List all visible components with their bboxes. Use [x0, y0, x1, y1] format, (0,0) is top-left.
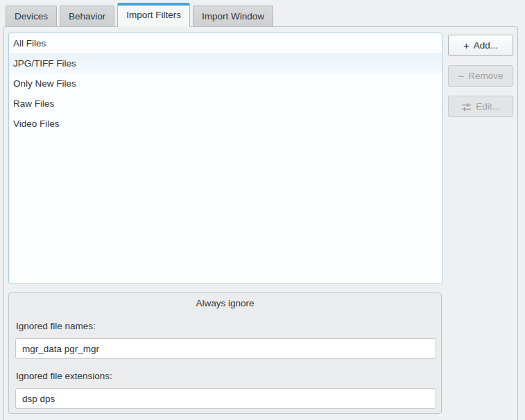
- remove-button[interactable]: − Remove: [448, 65, 513, 87]
- add-button[interactable]: + Add...: [448, 35, 513, 56]
- tab-import-filters[interactable]: Import Filters: [117, 3, 190, 27]
- sliders-icon: [461, 103, 472, 111]
- minus-icon: −: [458, 71, 464, 81]
- list-item-video-files[interactable]: Video Files: [9, 114, 442, 134]
- ignored-file-names-input[interactable]: [15, 338, 436, 359]
- tab-devices[interactable]: Devices: [6, 6, 57, 26]
- ignored-file-extensions-input[interactable]: [15, 388, 436, 409]
- group-title: Always ignore: [9, 293, 441, 308]
- tab-bar: Devices Behavior Import Filters Import W…: [6, 3, 276, 26]
- list-item-all-files[interactable]: All Files: [9, 33, 442, 53]
- ignored-file-extensions-label: Ignored file extensions:: [16, 371, 112, 381]
- edit-button-label: Edit...: [476, 101, 500, 112]
- always-ignore-group: Always ignore Ignored file names: Ignore…: [8, 292, 442, 414]
- import-filters-list: All Files JPG/TIFF Files Only New Files …: [8, 33, 442, 284]
- tab-behavior[interactable]: Behavior: [60, 6, 114, 26]
- edit-button[interactable]: Edit...: [448, 96, 513, 117]
- ignored-file-names-label: Ignored file names:: [16, 321, 96, 331]
- list-item-only-new-files[interactable]: Only New Files: [9, 73, 442, 94]
- plus-icon: +: [463, 40, 470, 51]
- add-button-label: Add...: [474, 40, 498, 51]
- tab-import-window[interactable]: Import Window: [193, 6, 273, 26]
- list-item-raw-files[interactable]: Raw Files: [9, 94, 442, 114]
- remove-button-label: Remove: [468, 71, 503, 81]
- list-action-buttons: + Add... − Remove Edit...: [448, 35, 513, 126]
- list-item-jpg-tiff-files[interactable]: JPG/TIFF Files: [9, 53, 442, 73]
